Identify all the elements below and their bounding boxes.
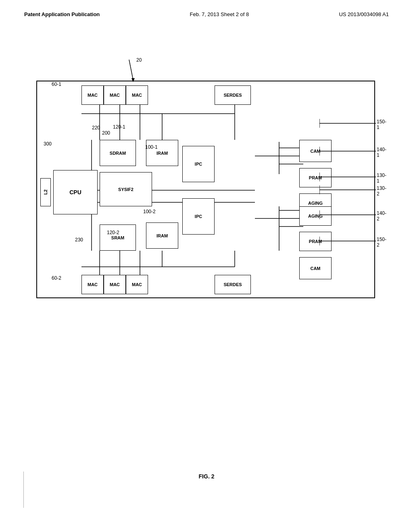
block-cam2: CAM [299,257,332,279]
block-serdes1: SERDES [215,85,251,105]
label-60-2: 60-2 [52,275,61,281]
label-200: 200 [102,130,110,136]
page: Patent Application Publication Feb. 7, 2… [0,0,413,532]
block-mac2-2: MAC [104,275,126,294]
label-130-2: 130-2 [377,185,389,197]
diagram-area: 20 [24,56,389,306]
label-150-2: 150-2 [377,237,389,248]
svg-marker-28 [131,78,135,82]
label-220: 220 [92,125,100,131]
label-230: 230 [75,237,83,243]
block-mac1-1: MAC [81,85,104,105]
label-140-1: 140-1 [377,147,389,158]
figure-caption: FIG. 2 [199,473,215,480]
label-300: 300 [44,141,52,147]
bracket-150-2 [319,237,378,245]
block-mac2-1: MAC [81,275,104,294]
label-120-1: 120-1 [113,124,125,130]
label-100-2: 100-2 [143,209,156,214]
block-cpu: CPU [53,170,98,214]
block-iram2: IRAM [146,222,178,249]
label-100-1: 100-1 [145,144,158,150]
margin-line [23,472,24,508]
block-iram1: IRAM [146,140,178,166]
svg-line-27 [129,60,133,80]
bracket-140-1 [319,147,378,156]
block-sdram: SDRAM [100,140,136,166]
bracket-130-2 [319,185,378,194]
block-sysif2: SYSIF2 [100,172,152,206]
block-ipc1: IPC [182,146,215,182]
block-ipc2: IPC [182,198,215,235]
label-150-1: 150-1 [377,119,389,130]
label-130-1: 130-1 [377,172,389,184]
label-120-2: 120-2 [107,230,119,235]
page-header: Patent Application Publication Feb. 7, 2… [0,0,413,17]
block-mac1-3: MAC [126,85,148,105]
label-140-2: 140-2 [377,210,389,222]
header-publication-label: Patent Application Publication [24,11,100,17]
block-serdes2: SERDES [215,275,251,294]
block-sram: SRAM [100,224,136,251]
bracket-140-2 [319,210,378,219]
block-l2: L2 [40,178,51,206]
block-mac2-3: MAC [126,275,148,294]
header-patent-number: US 2013/0034098 A1 [339,11,389,17]
header-date-sheet: Feb. 7, 2013 Sheet 2 of 8 [190,11,249,17]
bracket-130-1 [319,172,378,181]
label-60-1: 60-1 [52,81,61,87]
bracket-150-1 [319,119,378,128]
block-mac1-2: MAC [104,85,126,105]
arrow-20 [121,56,153,85]
